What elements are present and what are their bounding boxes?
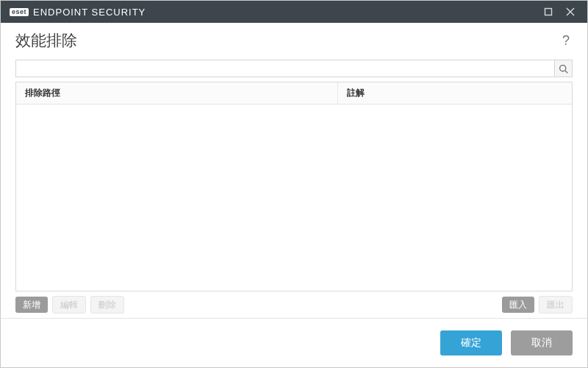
help-button[interactable]: ? xyxy=(559,32,573,50)
cancel-button[interactable]: 取消 xyxy=(511,330,573,355)
import-button[interactable]: 匯入 xyxy=(502,297,534,313)
delete-button: 刪除 xyxy=(90,296,124,314)
maximize-button[interactable] xyxy=(537,1,559,23)
search-icon xyxy=(559,64,568,74)
column-header-note[interactable]: 註解 xyxy=(338,82,572,104)
table-toolbar: 新增 編輯 刪除 匯入 匯出 xyxy=(15,296,573,318)
svg-line-4 xyxy=(565,70,567,72)
search-input[interactable] xyxy=(16,60,554,77)
page-header: 效能排除 ? xyxy=(1,23,587,55)
brand-badge: eset xyxy=(10,8,29,16)
page-title: 效能排除 xyxy=(15,30,77,51)
table-header: 排除路徑 註解 xyxy=(16,82,572,105)
titlebar: eset ENDPOINT SECURITY xyxy=(1,1,587,23)
square-icon xyxy=(544,7,553,16)
svg-rect-0 xyxy=(545,9,552,15)
export-button: 匯出 xyxy=(539,296,573,314)
close-icon xyxy=(566,7,575,16)
brand-text: ENDPOINT SECURITY xyxy=(33,7,146,18)
window: eset ENDPOINT SECURITY 效能排除 ? 排除路徑 註解 xyxy=(0,0,588,368)
search-button[interactable] xyxy=(554,60,572,77)
search-bar xyxy=(15,60,573,77)
edit-button: 編輯 xyxy=(52,296,86,314)
svg-point-3 xyxy=(560,65,566,71)
app-logo: eset ENDPOINT SECURITY xyxy=(10,7,146,18)
column-header-path[interactable]: 排除路徑 xyxy=(16,82,338,104)
add-button[interactable]: 新增 xyxy=(15,297,48,313)
close-button[interactable] xyxy=(559,1,581,23)
ok-button[interactable]: 確定 xyxy=(440,330,502,355)
exclusions-table: 排除路徑 註解 xyxy=(15,82,573,291)
footer: 確定 取消 xyxy=(1,318,587,367)
table-body[interactable] xyxy=(16,105,572,291)
content-area: 排除路徑 註解 新增 編輯 刪除 匯入 匯出 xyxy=(1,55,587,318)
